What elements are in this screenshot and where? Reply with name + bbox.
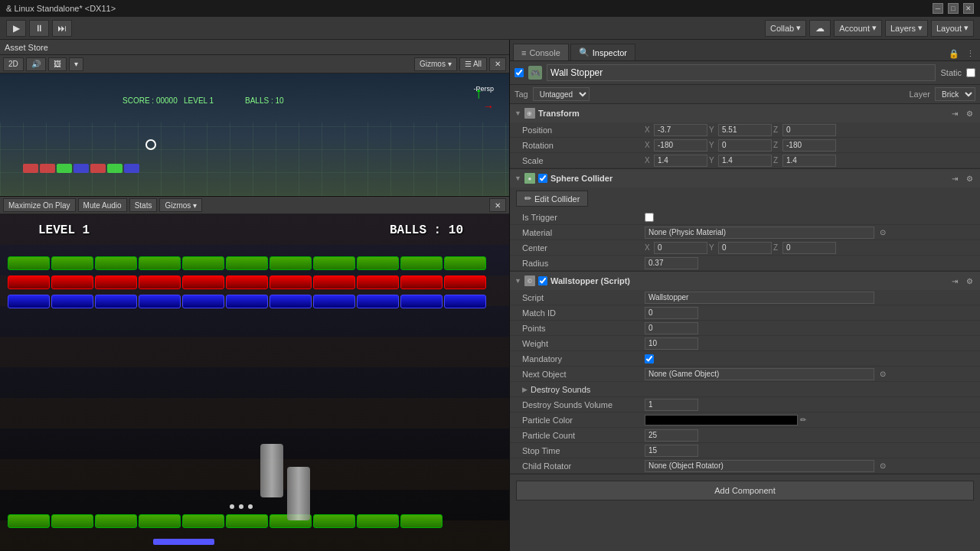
layout-dropdown-icon: ▾ bbox=[964, 23, 969, 33]
mandatory-label: Mandatory bbox=[522, 354, 645, 364]
position-values: X Y Z bbox=[645, 124, 974, 136]
next-object-input[interactable] bbox=[645, 368, 874, 380]
particle-color-swatch[interactable] bbox=[645, 415, 798, 425]
pos-y-label: Y bbox=[709, 126, 717, 134]
sphere-collider-header[interactable]: ▼ ● Sphere Collider ⇥ ⚙ bbox=[510, 169, 980, 187]
material-input[interactable] bbox=[645, 227, 874, 239]
game-view[interactable]: LEVEL 1 BALLS : 10 bbox=[0, 214, 509, 551]
mandatory-checkbox[interactable] bbox=[645, 354, 654, 364]
destroy-sounds-row[interactable]: ▶ Destroy Sounds bbox=[510, 382, 980, 397]
scale-values: X Y Z bbox=[645, 155, 974, 167]
scale-x-input[interactable] bbox=[654, 155, 707, 167]
rot-x-label: X bbox=[645, 141, 652, 149]
transform-arrow: ▼ bbox=[514, 109, 521, 117]
close-btn[interactable]: ✕ bbox=[963, 3, 974, 14]
inspector-tabs: ≡ Console 🔍 Inspector 🔒 ⋮ bbox=[510, 40, 980, 61]
game-close-btn[interactable]: ✕ bbox=[489, 198, 506, 212]
scale-y-input[interactable] bbox=[718, 155, 772, 167]
mute-audio-btn[interactable]: Mute Audio bbox=[78, 198, 127, 212]
child-rotator-picker-btn[interactable]: ⊙ bbox=[877, 460, 889, 472]
wallstopper-enabled[interactable] bbox=[538, 276, 547, 285]
transform-header[interactable]: ▼ ⊕ Transform ⇥ ⚙ bbox=[510, 104, 980, 122]
minimize-btn[interactable]: ─ bbox=[933, 3, 943, 14]
layer-select[interactable]: Brick bbox=[935, 87, 975, 101]
cloud-button[interactable]: ☁ bbox=[809, 20, 831, 37]
particle-color-label: Particle Color bbox=[522, 416, 645, 425]
rot-z-label: Z bbox=[773, 141, 781, 149]
edit-collider-btn[interactable]: ✏ Edit Collider bbox=[516, 191, 588, 207]
maximize-btn[interactable]: □ bbox=[948, 3, 959, 14]
match-id-input[interactable] bbox=[645, 307, 698, 319]
inspector-more-btn[interactable]: ⋮ bbox=[963, 47, 977, 60]
static-checkbox[interactable] bbox=[966, 68, 975, 77]
pos-y-input[interactable] bbox=[718, 124, 772, 136]
gizmos-button[interactable]: Gizmos ▾ bbox=[414, 57, 457, 71]
sound-button[interactable]: 🔊 bbox=[26, 57, 46, 71]
green-row-2 bbox=[8, 514, 443, 528]
pos-x-input[interactable] bbox=[654, 124, 707, 136]
center-z-label: Z bbox=[773, 243, 781, 252]
weight-input[interactable] bbox=[645, 337, 698, 350]
static-label: Static bbox=[940, 68, 962, 77]
console-tab-icon: ≡ bbox=[521, 48, 526, 57]
material-picker-btn[interactable]: ⊙ bbox=[877, 227, 889, 239]
rot-z-input[interactable] bbox=[782, 139, 836, 152]
tab-console[interactable]: ≡ Console bbox=[513, 44, 569, 60]
pause-button[interactable]: ⏸ bbox=[29, 20, 49, 37]
play-button[interactable]: ▶ bbox=[6, 20, 26, 37]
pos-z-input[interactable] bbox=[782, 124, 836, 136]
all-button[interactable]: ☰ All bbox=[459, 57, 487, 71]
window-controls[interactable]: ─ □ ✕ bbox=[933, 3, 974, 14]
wallstopper-copy-btn[interactable]: ⇥ bbox=[949, 275, 961, 287]
center-y-input[interactable] bbox=[718, 242, 772, 254]
sphere-collider-copy-btn[interactable]: ⇥ bbox=[949, 172, 961, 184]
rot-y-input[interactable] bbox=[718, 139, 772, 152]
inspector-lock-btn[interactable]: 🔒 bbox=[947, 47, 961, 60]
center-x-input[interactable] bbox=[654, 242, 707, 254]
center-z-input[interactable] bbox=[782, 242, 836, 254]
scale-z-input[interactable] bbox=[782, 155, 836, 167]
object-enabled-checkbox[interactable] bbox=[514, 68, 524, 77]
transform-copy-btn[interactable]: ⇥ bbox=[949, 107, 961, 119]
destroy-sounds-volume-input[interactable] bbox=[645, 399, 698, 411]
game-toolbar: Maximize On Play Mute Audio Stats Gizmos… bbox=[0, 196, 509, 214]
scene-close-btn[interactable]: ✕ bbox=[489, 57, 506, 71]
step-button[interactable]: ⏭ bbox=[52, 20, 72, 37]
wallstopper-menu-btn[interactable]: ⚙ bbox=[963, 275, 975, 287]
mandatory-row: Mandatory bbox=[510, 351, 980, 367]
points-input[interactable] bbox=[645, 322, 698, 334]
game-gizmos-btn[interactable]: Gizmos ▾ bbox=[159, 198, 202, 212]
wallstopper-header[interactable]: ▼ © Wallstopper (Script) ⇥ ⚙ bbox=[510, 272, 980, 290]
maximize-on-play-btn[interactable]: Maximize On Play bbox=[3, 198, 76, 212]
2d-button[interactable]: 2D bbox=[3, 57, 24, 71]
tab-inspector[interactable]: 🔍 Inspector bbox=[570, 44, 635, 60]
object-name-input[interactable] bbox=[547, 64, 936, 81]
stats-btn[interactable]: Stats bbox=[129, 198, 158, 212]
center-values: X Y Z bbox=[645, 242, 974, 254]
is-trigger-checkbox[interactable] bbox=[645, 213, 654, 222]
particle-color-picker-btn[interactable]: ✏ bbox=[800, 416, 806, 424]
next-object-label: Next Object bbox=[522, 370, 645, 379]
sphere-collider-enabled[interactable] bbox=[538, 174, 547, 183]
radius-input[interactable] bbox=[645, 257, 698, 269]
image-button[interactable]: 🖼 bbox=[48, 57, 67, 71]
layer-select[interactable]: ▾ bbox=[69, 57, 83, 71]
tag-select[interactable]: Untagged bbox=[533, 87, 590, 101]
add-component-btn[interactable]: Add Component bbox=[516, 481, 974, 500]
rot-x-input[interactable] bbox=[654, 139, 707, 152]
layout-button[interactable]: Layout ▾ bbox=[931, 20, 974, 37]
particle-count-input[interactable] bbox=[645, 429, 698, 442]
weight-label: Weight bbox=[522, 339, 645, 348]
account-button[interactable]: Account ▾ bbox=[834, 20, 882, 37]
child-rotator-input[interactable] bbox=[645, 460, 874, 472]
stop-time-input[interactable] bbox=[645, 445, 698, 457]
stop-time-label: Stop Time bbox=[522, 446, 645, 455]
layers-button[interactable]: Layers ▾ bbox=[885, 20, 928, 37]
collab-button[interactable]: Collab ▾ bbox=[765, 20, 806, 37]
script-input[interactable] bbox=[645, 292, 874, 304]
transform-menu-btn[interactable]: ⚙ bbox=[963, 107, 975, 119]
scene-view[interactable]: SCORE : 00000 LEVEL 1 BALLS : 10 ↑ → -Pe… bbox=[0, 73, 509, 196]
asset-store-bar[interactable]: Asset Store bbox=[0, 40, 509, 55]
next-object-picker-btn[interactable]: ⊙ bbox=[877, 368, 889, 380]
sphere-collider-menu-btn[interactable]: ⚙ bbox=[963, 172, 975, 184]
